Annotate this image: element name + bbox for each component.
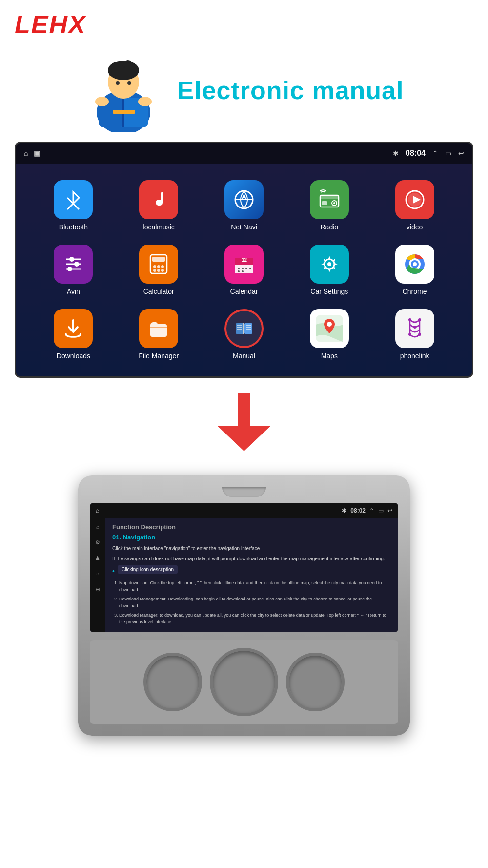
radio-icon-bg (310, 180, 349, 219)
svg-point-35 (153, 269, 156, 272)
app-bluetooth[interactable]: Bluetooth (31, 173, 116, 238)
svg-point-37 (161, 269, 164, 272)
recent-icon: ▣ (34, 149, 40, 157)
app-downloads[interactable]: Downloads (31, 302, 116, 367)
car-sb-home[interactable]: ⌂ (93, 522, 102, 531)
car-content: ⌂ ⚙ ♟ ○ ⊕ Function Description 01. Navig… (90, 518, 398, 632)
car-sidebar: ⌂ ⚙ ♟ ○ ⊕ (90, 518, 105, 632)
home-icon: ⌂ (24, 149, 28, 157)
app-radio[interactable]: Radio (286, 173, 372, 238)
time-display: 08:04 (406, 149, 426, 158)
bluetooth-label: Bluetooth (59, 223, 88, 231)
calculator-icon-bg (139, 245, 178, 284)
app-calendar[interactable]: 12 Calendar (202, 238, 287, 302)
svg-point-54 (413, 262, 417, 266)
bluetooth-icon-bg (54, 180, 93, 219)
svg-point-64 (327, 322, 332, 327)
phonelink-icon-bg (395, 309, 434, 348)
svg-point-45 (249, 268, 251, 269)
car-nav-title: 01. Navigation (112, 534, 391, 541)
netnavi-label: Net Navi (231, 223, 257, 231)
svg-point-71 (418, 333, 421, 336)
svg-point-11 (156, 200, 162, 206)
svg-marker-74 (217, 426, 271, 451)
car-nav-text2: If the savings card does not have map da… (112, 555, 391, 562)
app-netnavi[interactable]: Net Navi (202, 173, 287, 238)
svg-point-49 (327, 262, 331, 266)
car-main-content: Function Description 01. Navigation Clic… (105, 518, 398, 632)
car-signal-icon: ⌃ (369, 507, 374, 514)
svg-point-10 (138, 97, 152, 106)
svg-rect-17 (320, 195, 339, 199)
svg-point-46 (238, 270, 240, 272)
chrome-icon-bg (395, 245, 434, 284)
svg-rect-55 (236, 323, 244, 334)
svg-rect-73 (238, 393, 250, 427)
svg-point-7 (116, 81, 120, 85)
car-section-header: Function Description (112, 523, 391, 531)
app-localmusic[interactable]: localmusic (116, 173, 202, 238)
car-menu-icon: ≡ (103, 508, 106, 514)
svg-point-25 (69, 257, 74, 262)
svg-point-6 (108, 61, 139, 80)
car-unit: ⌂ ≡ ✱ 08:02 ⌃ ▭ ↩ ⌂ ⚙ ♟ ○ (78, 475, 410, 736)
app-carsettings[interactable]: Car Settings (286, 238, 372, 302)
app-filemanager[interactable]: File Manager (116, 302, 202, 367)
app-chrome[interactable]: Chrome (372, 238, 457, 302)
handle (222, 487, 266, 497)
reading-figure (84, 49, 163, 132)
svg-point-42 (238, 268, 240, 269)
svg-point-47 (242, 270, 244, 272)
avin-label: Avin (67, 288, 80, 295)
radio-label: Radio (320, 223, 338, 231)
netnavi-icon-bg (224, 180, 264, 219)
app-calculator[interactable]: Calculator (116, 238, 202, 302)
instruction-2: Download Management: Downloading, can be… (119, 596, 391, 610)
svg-point-32 (153, 265, 156, 268)
car-unit-section: ⌂ ≡ ✱ 08:02 ⌃ ▭ ↩ ⌂ ⚙ ♟ ○ (0, 466, 488, 755)
vent-right (286, 653, 345, 711)
car-sb-plus[interactable]: ⊕ (93, 585, 102, 594)
calendar-icon-bg: 12 (224, 245, 264, 284)
top-handle (90, 487, 398, 497)
car-sb-user[interactable]: ♟ (93, 554, 102, 562)
video-icon-bg (395, 180, 434, 219)
downloads-label: Downloads (57, 352, 90, 360)
app-manual[interactable]: Manual (202, 302, 287, 367)
back-icon: ↩ (458, 149, 464, 157)
svg-point-72 (413, 326, 416, 329)
app-video[interactable]: video (372, 173, 457, 238)
svg-point-27 (74, 262, 79, 267)
vent-center (210, 648, 278, 716)
vent-left (143, 653, 202, 711)
manual-icon-bg (224, 309, 264, 348)
carsettings-icon-bg (310, 245, 349, 284)
svg-point-33 (157, 265, 160, 268)
car-instructions-list: Map download: Click the top left corner,… (112, 579, 391, 625)
app-phonelink[interactable]: phonelink (372, 302, 457, 367)
svg-rect-56 (244, 323, 252, 334)
expand-icon: ⌃ (432, 149, 438, 157)
svg-point-29 (67, 267, 72, 271)
filemanager-label: File Manager (139, 352, 179, 360)
calendar-label: Calendar (230, 288, 258, 295)
bullet-title: Clicking icon description (118, 565, 178, 574)
car-status-left: ⌂ ≡ (96, 507, 106, 514)
localmusic-icon-bg (139, 180, 178, 219)
status-bar-right: ✱ 08:04 ⌃ ▭ ↩ (393, 149, 464, 158)
car-sb-circle[interactable]: ○ (93, 569, 102, 578)
car-time: 08:02 (350, 507, 366, 514)
maps-label: Maps (321, 352, 338, 360)
app-avin[interactable]: Avin (31, 238, 116, 302)
svg-text:12: 12 (242, 257, 247, 263)
app-maps[interactable]: Maps (286, 302, 372, 367)
car-status-right: ✱ 08:02 ⌃ ▭ ↩ (342, 507, 392, 514)
svg-point-36 (157, 269, 160, 272)
status-bar: ⌂ ▣ ✱ 08:04 ⌃ ▭ ↩ (16, 143, 472, 164)
hero-section: Electronic manual (0, 44, 488, 142)
car-screen: ⌂ ≡ ✱ 08:02 ⌃ ▭ ↩ ⌂ ⚙ ♟ ○ (90, 503, 398, 632)
svg-point-68 (408, 318, 411, 321)
svg-rect-40 (235, 263, 253, 265)
car-sb-settings[interactable]: ⚙ (93, 538, 102, 547)
brand-logo: LEHX (15, 10, 86, 39)
